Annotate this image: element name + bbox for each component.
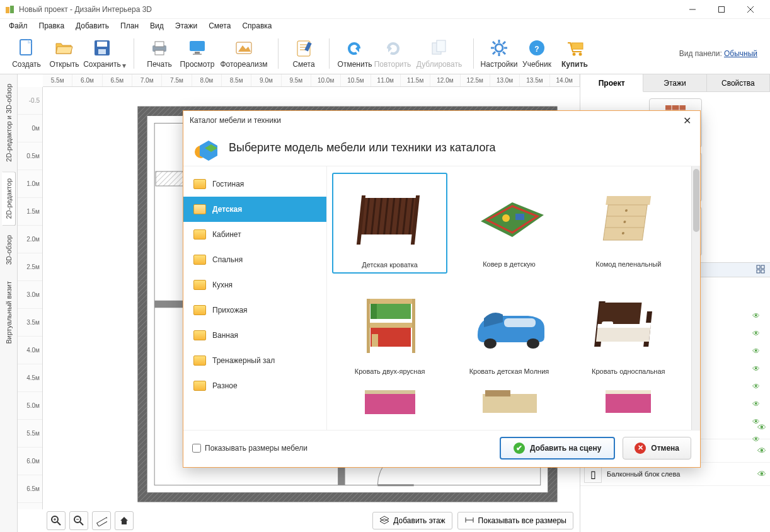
save-dropdown[interactable]: ▾ bbox=[121, 61, 127, 70]
furniture-card[interactable]: Ковер в детскую bbox=[451, 173, 566, 274]
visibility-toggle-icon[interactable]: 👁 bbox=[757, 469, 766, 479]
furniture-card[interactable]: Кровать детская Молния bbox=[451, 280, 566, 379]
svg-rect-12 bbox=[155, 42, 164, 47]
category-item[interactable]: Тренажерный зал bbox=[183, 348, 326, 373]
save-button[interactable]: Сохранить bbox=[83, 37, 121, 70]
visibility-toggle-icon[interactable]: 👁 bbox=[752, 347, 760, 356]
ruler-tick: 7.0м bbox=[132, 74, 162, 86]
visibility-toggle-icon[interactable]: 👁 bbox=[752, 311, 760, 320]
category-item[interactable]: Прихожая bbox=[183, 298, 326, 323]
svg-rect-49 bbox=[156, 171, 186, 186]
photoreal-button[interactable]: Фотореализм bbox=[216, 37, 272, 70]
ruler-tick: 8.5м bbox=[222, 74, 251, 86]
menu-bar: Файл Правка Добавить План Вид Этажи Смет… bbox=[0, 19, 770, 33]
furniture-card[interactable] bbox=[571, 386, 686, 419]
furniture-card[interactable] bbox=[451, 386, 566, 419]
visibility-toggle-icon[interactable]: 👁 bbox=[757, 446, 766, 456]
new-button[interactable]: Создать bbox=[8, 37, 45, 70]
vtab-2d3d[interactable]: 2D-редактор и 3D-обзор bbox=[2, 77, 16, 169]
ruler-tick: 5.0м bbox=[18, 392, 42, 420]
duplicate-button[interactable]: Дублировать bbox=[411, 37, 467, 70]
visibility-toggle-icon[interactable]: 👁 bbox=[752, 382, 760, 391]
open-button[interactable]: Открыть bbox=[45, 37, 83, 70]
tab-floors[interactable]: Этажи bbox=[643, 74, 706, 91]
undo-button[interactable]: Отменить bbox=[336, 37, 374, 70]
visibility-toggle-icon[interactable]: 👁 bbox=[752, 417, 760, 426]
title-bar: Новый проект - Дизайн Интерьера 3D bbox=[0, 0, 770, 19]
visibility-toggle-icon[interactable]: 👁 bbox=[752, 329, 760, 338]
menu-floors[interactable]: Этажи bbox=[170, 20, 202, 32]
add-floor-button[interactable]: Добавить этаж bbox=[372, 512, 452, 529]
tab-properties[interactable]: Свойства bbox=[707, 74, 770, 91]
panel-mode: Вид панели: Обычный bbox=[679, 49, 762, 58]
canvas-footer-left bbox=[43, 509, 137, 532]
svg-point-119 bbox=[527, 338, 539, 349]
vtab-virtual[interactable]: Виртуальный визит bbox=[2, 274, 16, 351]
visibility-toggle-icon[interactable]: 👁 bbox=[752, 364, 760, 373]
cancel-button[interactable]: ✕ Отмена bbox=[623, 437, 691, 460]
print-button[interactable]: Печать bbox=[141, 37, 178, 70]
furniture-thumbnail bbox=[456, 390, 562, 414]
furniture-grid[interactable]: Детская кроватка Ковер в детскую Комод п… bbox=[327, 166, 691, 430]
grid-scrollbar[interactable] bbox=[691, 166, 700, 430]
ruler-tick: 6.5м bbox=[18, 475, 42, 503]
folder-icon bbox=[193, 255, 206, 265]
settings-button[interactable]: Настройки bbox=[480, 37, 518, 70]
furniture-thumbnail bbox=[337, 178, 442, 260]
menu-view[interactable]: Вид bbox=[145, 20, 169, 32]
category-item[interactable]: Кухня bbox=[183, 272, 326, 298]
visibility-toggle-icon[interactable]: 👁 bbox=[752, 435, 760, 444]
add-to-scene-button[interactable]: ✔ Добавить на сцену bbox=[500, 437, 615, 460]
menu-help[interactable]: Справка bbox=[237, 20, 277, 32]
category-item[interactable]: Спальня bbox=[183, 247, 326, 272]
furniture-card[interactable]: Комод пеленальный bbox=[571, 173, 686, 274]
category-item[interactable]: Разное bbox=[183, 373, 326, 398]
furniture-card[interactable] bbox=[332, 386, 447, 419]
ruler-tick: 14.0м bbox=[550, 74, 580, 86]
category-item[interactable]: Кабинет bbox=[183, 222, 326, 247]
svg-rect-126 bbox=[602, 321, 614, 327]
furniture-card[interactable]: Кровать односпальная bbox=[571, 280, 686, 379]
furniture-card[interactable]: Кровать двух-ярусная bbox=[332, 280, 447, 379]
menu-estimate[interactable]: Смета bbox=[204, 20, 236, 32]
buy-button[interactable]: Купить bbox=[556, 37, 594, 70]
printer-icon bbox=[149, 38, 170, 58]
ruler-tick: 5.5м bbox=[18, 420, 42, 448]
dialog-title: Каталог мебели и техники bbox=[190, 116, 281, 125]
dialog-close-button[interactable]: ✕ bbox=[681, 112, 694, 129]
catalog-icon bbox=[192, 134, 220, 162]
svg-rect-130 bbox=[485, 390, 510, 396]
show-sizes-checkbox[interactable]: Показывать размеры мебели bbox=[192, 444, 307, 453]
furniture-card[interactable]: Детская кроватка bbox=[332, 173, 447, 274]
render-icon bbox=[234, 38, 254, 58]
zoom-out-button[interactable] bbox=[69, 511, 88, 530]
menu-file[interactable]: Файл bbox=[4, 20, 33, 32]
visibility-toggle-icon[interactable]: 👁 bbox=[752, 400, 760, 408]
zoom-in-button[interactable] bbox=[47, 511, 66, 530]
vtab-3d[interactable]: 3D-обзор bbox=[2, 228, 16, 272]
close-button[interactable] bbox=[736, 0, 765, 19]
list-view-toggle-icon[interactable] bbox=[756, 265, 765, 275]
redo-button[interactable]: Повторить bbox=[374, 37, 411, 70]
maximize-button[interactable] bbox=[707, 0, 736, 19]
menu-plan[interactable]: План bbox=[115, 20, 144, 32]
vtab-2d[interactable]: 2D-редактор bbox=[2, 171, 16, 226]
tab-project[interactable]: Проект bbox=[580, 74, 643, 92]
category-item[interactable]: Ванная bbox=[183, 323, 326, 348]
category-item[interactable]: Гостиная bbox=[183, 171, 326, 197]
tutorial-button[interactable]: ? Учебник bbox=[518, 37, 556, 70]
dialog-heading: Выберите модель мебели или техники из ка… bbox=[229, 141, 496, 154]
ruler-horizontal: 5.5м6.0м6.5м7.0м7.5м8.0м8.5м9.0м9.5м10.0… bbox=[43, 74, 580, 87]
minimize-button[interactable] bbox=[678, 0, 707, 19]
menu-add[interactable]: Добавить bbox=[71, 20, 114, 32]
preview-button[interactable]: Просмотр bbox=[178, 37, 216, 70]
panel-mode-link[interactable]: Обычный bbox=[724, 49, 757, 58]
folder-icon bbox=[193, 179, 206, 189]
show-dimensions-button[interactable]: Показывать все размеры bbox=[457, 512, 573, 529]
dimensions-icon bbox=[464, 515, 474, 527]
home-button[interactable] bbox=[115, 511, 134, 530]
estimate-button[interactable]: Смета bbox=[285, 37, 323, 70]
category-item[interactable]: Детская bbox=[183, 197, 326, 222]
measure-button[interactable] bbox=[92, 511, 111, 530]
menu-edit[interactable]: Правка bbox=[34, 20, 70, 32]
